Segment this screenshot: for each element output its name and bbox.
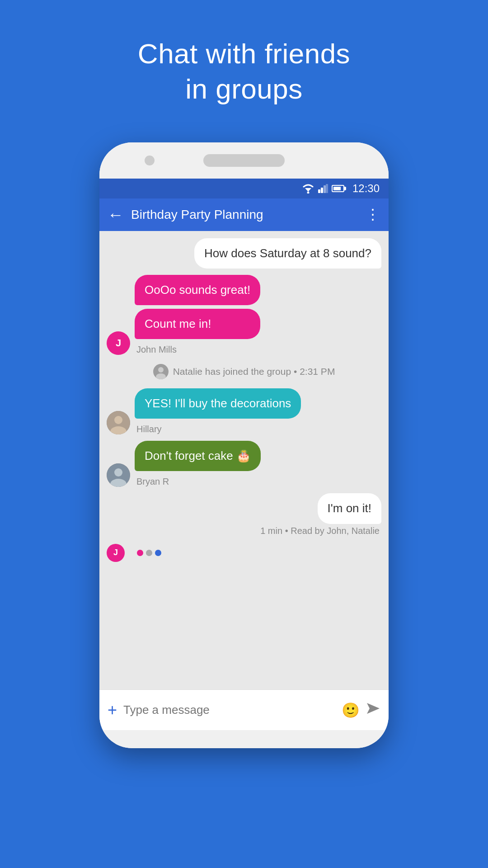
typing-indicator bbox=[129, 542, 169, 563]
wifi-icon bbox=[302, 184, 314, 193]
svg-rect-5 bbox=[326, 184, 328, 193]
avatar-john: J bbox=[107, 331, 130, 355]
message-row-self: I'm on it! 1 min • Read by John, Natalie bbox=[107, 493, 381, 536]
natalie-avatar bbox=[153, 364, 169, 379]
avatar-hillary bbox=[107, 411, 130, 434]
phone-frame: 12:30 ← Birthday Party Planning ⋮ How do… bbox=[99, 142, 389, 748]
status-bar: 12:30 bbox=[99, 179, 389, 198]
typing-avatar: J bbox=[107, 544, 125, 562]
sender-hillary: Hillary bbox=[135, 424, 301, 434]
svg-point-1 bbox=[307, 192, 309, 194]
svg-rect-2 bbox=[318, 189, 320, 193]
message-text-5: Don't forget cake 🎂 bbox=[145, 449, 251, 462]
bubble-self-2: I'm on it! bbox=[318, 493, 381, 524]
signal-icon bbox=[318, 184, 328, 193]
back-button[interactable]: ← bbox=[108, 207, 124, 223]
message-row-john: J OoOo sounds great! Count me in! John M… bbox=[107, 275, 381, 355]
svg-point-6 bbox=[158, 367, 164, 373]
add-button[interactable]: + bbox=[108, 701, 117, 720]
message-text-3: Count me in! bbox=[145, 317, 211, 330]
svg-point-15 bbox=[146, 550, 152, 556]
bubble-group-bryan: Don't forget cake 🎂 Bryan R bbox=[135, 441, 261, 487]
emoji-button[interactable]: 🙂 bbox=[342, 702, 360, 719]
message-row-hillary: YES! I'll buy the decorations Hillary bbox=[107, 388, 381, 434]
battery-icon bbox=[332, 185, 344, 192]
read-receipt: 1 min • Read by John, Natalie bbox=[260, 526, 381, 536]
bubble-self-1: How does Saturday at 8 sound? bbox=[194, 238, 381, 269]
message-row-bryan: Don't forget cake 🎂 Bryan R bbox=[107, 441, 381, 487]
status-time: 12:30 bbox=[352, 182, 380, 195]
message-text-6: I'm on it! bbox=[328, 501, 371, 515]
send-button[interactable] bbox=[366, 702, 380, 718]
avatar-label-john: J bbox=[116, 337, 121, 349]
svg-point-12 bbox=[114, 468, 122, 476]
bubble-john-2: Count me in! bbox=[135, 309, 260, 339]
system-message-natalie: Natalie has joined the group • 2:31 PM bbox=[107, 364, 381, 379]
app-bar-title: Birthday Party Planning bbox=[131, 208, 366, 222]
headline-line1: Chat with friends bbox=[138, 38, 350, 69]
svg-point-7 bbox=[156, 373, 166, 379]
avatar-bryan bbox=[107, 463, 130, 487]
more-button[interactable]: ⋮ bbox=[366, 210, 380, 219]
phone-top bbox=[99, 142, 389, 179]
bubble-bryan: Don't forget cake 🎂 bbox=[135, 441, 261, 471]
sender-bryan: Bryan R bbox=[135, 476, 261, 487]
svg-point-9 bbox=[114, 416, 122, 424]
message-text-4: YES! I'll buy the decorations bbox=[145, 396, 291, 410]
headline: Chat with friends in groups bbox=[138, 0, 350, 106]
input-bar: + 🙂 bbox=[99, 689, 389, 730]
svg-point-16 bbox=[155, 550, 161, 556]
chat-area: How does Saturday at 8 sound? J OoOo sou… bbox=[99, 231, 389, 689]
message-text-1: How does Saturday at 8 sound? bbox=[204, 246, 371, 260]
app-bar: ← Birthday Party Planning ⋮ bbox=[99, 198, 389, 231]
phone-bottom bbox=[99, 730, 389, 748]
svg-point-14 bbox=[137, 550, 143, 556]
svg-marker-0 bbox=[305, 188, 311, 192]
bubble-group-hillary: YES! I'll buy the decorations Hillary bbox=[135, 388, 301, 434]
svg-marker-17 bbox=[367, 703, 380, 714]
phone-speaker bbox=[203, 154, 285, 167]
message-text-2: OoOo sounds great! bbox=[145, 283, 250, 297]
svg-rect-3 bbox=[321, 188, 323, 193]
typing-row: J bbox=[107, 542, 381, 568]
bubble-john-1: OoOo sounds great! bbox=[135, 275, 260, 305]
svg-rect-4 bbox=[324, 185, 326, 193]
message-input[interactable] bbox=[123, 703, 335, 717]
sender-john: John Mills bbox=[135, 344, 260, 355]
bubble-group-john: OoOo sounds great! Count me in! John Mil… bbox=[135, 275, 260, 355]
message-row-1: How does Saturday at 8 sound? bbox=[107, 238, 381, 269]
phone-camera bbox=[145, 156, 155, 165]
headline-line2: in groups bbox=[185, 73, 303, 104]
system-text-natalie: Natalie has joined the group • 2:31 PM bbox=[173, 366, 335, 377]
bubble-hillary: YES! I'll buy the decorations bbox=[135, 388, 301, 419]
right-bubble-wrap: I'm on it! 1 min • Read by John, Natalie bbox=[260, 493, 381, 536]
